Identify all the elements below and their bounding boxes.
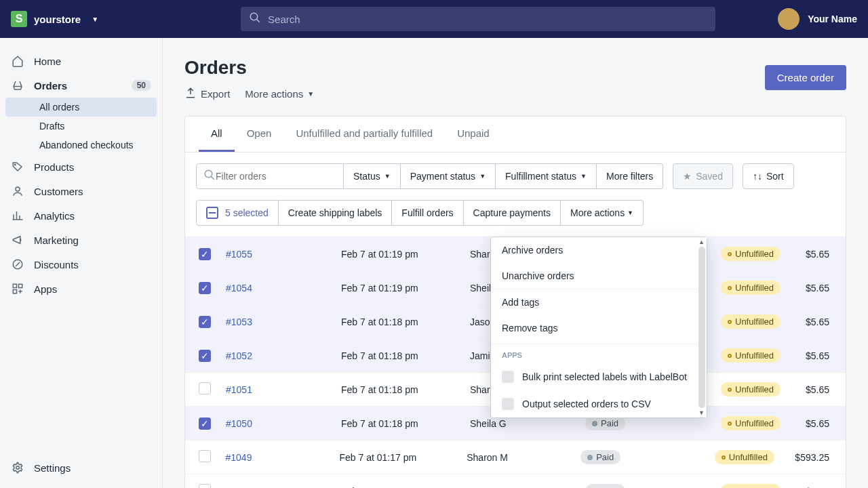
global-search[interactable] bbox=[241, 7, 715, 31]
create-order-button[interactable]: Create order bbox=[765, 65, 846, 90]
nav-orders[interactable]: Orders 50 bbox=[0, 73, 162, 98]
order-link[interactable]: #1051 bbox=[226, 384, 341, 395]
dropdown-scrollbar[interactable] bbox=[697, 237, 707, 418]
dd-app-csv[interactable]: Output selected orders to CSV bbox=[491, 390, 707, 418]
order-date: Feb 7 at 01:17 pm bbox=[339, 452, 467, 463]
nav-apps[interactable]: Apps bbox=[0, 277, 162, 301]
order-link[interactable]: #1054 bbox=[226, 283, 341, 293]
nav-settings[interactable]: Settings bbox=[0, 455, 162, 480]
svg-rect-6 bbox=[19, 284, 22, 287]
more-filters[interactable]: More filters bbox=[597, 163, 663, 189]
order-total: $5.65 bbox=[802, 418, 832, 429]
filter-input[interactable] bbox=[216, 171, 336, 182]
caret-down-icon: ▼ bbox=[384, 173, 391, 180]
svg-rect-7 bbox=[13, 290, 16, 293]
order-total: $5.65 bbox=[802, 486, 832, 489]
apps-icon bbox=[11, 282, 24, 296]
fulfillment-badge: Unfulfilled bbox=[721, 348, 781, 363]
selected-count: 5 selected bbox=[225, 207, 269, 218]
payment-badge: Paid bbox=[585, 416, 625, 430]
nav-marketing[interactable]: Marketing bbox=[0, 228, 162, 252]
main: Orders Export More actions ▼ Create orde… bbox=[163, 38, 868, 488]
order-total: $593.25 bbox=[795, 452, 832, 463]
topbar: S yourstore ▼ Your Name bbox=[0, 0, 868, 38]
order-link[interactable]: #1049 bbox=[226, 452, 340, 463]
row-checkbox[interactable] bbox=[199, 382, 211, 394]
row-checkbox[interactable] bbox=[199, 450, 211, 462]
dd-archive[interactable]: Archive orders bbox=[491, 237, 707, 263]
star-icon: ★ bbox=[683, 171, 692, 182]
svg-point-2 bbox=[15, 164, 16, 165]
row-checkbox[interactable]: ✓ bbox=[199, 418, 211, 430]
fulfillment-badge: Unfulfilled bbox=[721, 416, 781, 430]
search-input[interactable] bbox=[268, 14, 707, 25]
saved-button[interactable]: ★Saved bbox=[673, 163, 733, 189]
bulk-capture[interactable]: Capture payments bbox=[464, 200, 561, 226]
order-link[interactable]: #1048 bbox=[226, 486, 341, 489]
sort-button[interactable]: ↑↓Sort bbox=[743, 163, 794, 189]
app-icon bbox=[502, 371, 514, 383]
order-date: Feb 7 at 01:18 pm bbox=[341, 350, 470, 361]
order-link[interactable]: #1052 bbox=[226, 350, 341, 361]
table-row[interactable]: #1049Feb 7 at 01:17 pmSharon MPaidUnfulf… bbox=[185, 440, 846, 474]
dd-apps-header: APPS bbox=[491, 344, 707, 363]
upload-icon bbox=[184, 87, 197, 101]
user-icon bbox=[11, 184, 24, 198]
dd-unarchive[interactable]: Unarchive orders bbox=[491, 263, 707, 289]
svg-line-10 bbox=[211, 176, 214, 180]
gear-icon bbox=[11, 461, 24, 474]
subnav-drafts[interactable]: Drafts bbox=[5, 117, 157, 136]
filter-status[interactable]: Status▼ bbox=[344, 163, 401, 189]
nav-discounts[interactable]: Discounts bbox=[0, 252, 162, 277]
order-total: $5.65 bbox=[802, 350, 832, 361]
filter-search[interactable] bbox=[196, 163, 344, 189]
bulk-shipping-labels[interactable]: Create shipping labels bbox=[279, 200, 393, 226]
app-icon bbox=[502, 398, 514, 410]
order-link[interactable]: #1050 bbox=[226, 418, 341, 429]
nav-label: Marketing bbox=[34, 235, 79, 246]
filter-fulfillment[interactable]: Fulfillment status▼ bbox=[496, 163, 597, 189]
nav-products[interactable]: Products bbox=[0, 155, 162, 179]
tab-unfulfilled[interactable]: Unfulfilled and partially fulfilled bbox=[283, 117, 445, 152]
filter-payment[interactable]: Payment status▼ bbox=[401, 163, 496, 189]
nav-home[interactable]: Home bbox=[0, 49, 162, 73]
discount-icon bbox=[11, 258, 24, 271]
fulfillment-badge: Unfulfilled bbox=[721, 484, 781, 488]
caret-down-icon: ▼ bbox=[479, 173, 486, 180]
row-checkbox[interactable]: ✓ bbox=[199, 316, 211, 328]
row-checkbox[interactable] bbox=[199, 484, 211, 488]
dd-add-tags[interactable]: Add tags bbox=[491, 289, 707, 315]
subnav-all-orders[interactable]: All orders bbox=[5, 98, 157, 117]
orders-count-badge: 50 bbox=[132, 80, 151, 91]
sidebar: Home Orders 50 All orders Drafts Abandon… bbox=[0, 38, 163, 488]
dd-remove-tags[interactable]: Remove tags bbox=[491, 315, 707, 341]
tab-unpaid[interactable]: Unpaid bbox=[445, 117, 502, 152]
table-row[interactable]: #1048Feb 7 at 01:17 pmJason WPaidUnfulfi… bbox=[185, 474, 846, 488]
tab-open[interactable]: Open bbox=[235, 117, 284, 152]
nav-analytics[interactable]: Analytics bbox=[0, 203, 162, 228]
row-checkbox[interactable]: ✓ bbox=[199, 350, 211, 362]
search-icon bbox=[249, 12, 261, 26]
subnav-abandoned[interactable]: Abandoned checkouts bbox=[5, 136, 157, 155]
dd-app-labelbot[interactable]: Bulk print selected labels with LabelBot bbox=[491, 363, 707, 390]
fulfillment-badge: Unfulfilled bbox=[721, 281, 781, 295]
caret-down-icon: ▼ bbox=[627, 209, 633, 216]
avatar bbox=[778, 8, 800, 30]
store-switcher[interactable]: S yourstore ▼ bbox=[11, 11, 98, 27]
row-checkbox[interactable]: ✓ bbox=[199, 248, 211, 260]
nav-label: Products bbox=[34, 161, 74, 173]
order-link[interactable]: #1055 bbox=[226, 249, 341, 260]
nav-customers[interactable]: Customers bbox=[0, 179, 162, 203]
shopify-logo-icon: S bbox=[11, 11, 27, 27]
export-button[interactable]: Export bbox=[184, 87, 230, 101]
megaphone-icon bbox=[11, 233, 24, 247]
more-actions-button[interactable]: More actions ▼ bbox=[245, 88, 314, 100]
bulk-fulfill[interactable]: Fulfill orders bbox=[392, 200, 463, 226]
bulk-select-indicator[interactable]: 5 selected bbox=[196, 200, 279, 226]
bulk-more-actions[interactable]: More actions ▼ bbox=[561, 200, 644, 226]
order-link[interactable]: #1053 bbox=[226, 317, 341, 327]
tab-all[interactable]: All bbox=[199, 117, 235, 152]
caret-down-icon: ▼ bbox=[580, 173, 587, 180]
user-menu[interactable]: Your Name bbox=[778, 8, 857, 30]
row-checkbox[interactable]: ✓ bbox=[199, 282, 211, 294]
